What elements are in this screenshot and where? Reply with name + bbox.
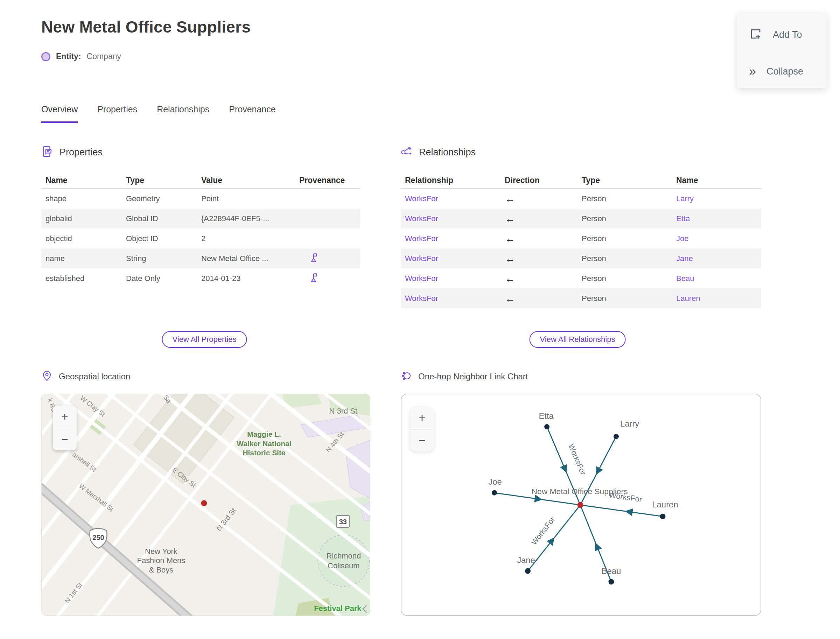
relationship-link[interactable]: WorksFor: [401, 294, 501, 303]
map-zoom-out-button[interactable]: −: [53, 428, 76, 451]
direction-arrow-icon: ←: [501, 213, 578, 225]
svg-text:Lauren: Lauren: [652, 500, 678, 509]
entity-detail-page: New Metal Office Suppliers Entity: Compa…: [0, 0, 840, 639]
property-type: String: [122, 254, 197, 263]
chart-node-labels: Etta Larry Joe Lauren Jane Beau New Meta…: [488, 411, 678, 575]
provenance-flag-icon[interactable]: [295, 272, 360, 285]
property-type: Date Only: [122, 274, 197, 283]
linkchart-section-header: One-hop Neighbor Link Chart: [401, 370, 528, 383]
col-header-provenance: Provenance: [295, 176, 360, 185]
svg-text:New York: New York: [145, 547, 177, 556]
property-value: Point: [197, 194, 295, 203]
property-value: 2: [197, 234, 295, 243]
link-chart-canvas: WorksFor WorksFor WorksFor Etta Larry Jo…: [401, 394, 760, 615]
svg-text:Historic Site: Historic Site: [243, 448, 285, 457]
property-name: globalid: [41, 214, 122, 223]
chart-zoom-in-button[interactable]: +: [410, 407, 434, 429]
tab-properties[interactable]: Properties: [97, 104, 137, 123]
tab-relationships[interactable]: Relationships: [157, 104, 209, 123]
floating-action-menu: Add To » Collapse: [737, 13, 827, 88]
relationship-row[interactable]: WorksFor ← Person Larry: [401, 189, 761, 208]
property-type: Global ID: [122, 214, 197, 223]
relationship-link[interactable]: WorksFor: [401, 214, 501, 223]
svg-text:33: 33: [339, 518, 347, 526]
view-all-properties-button[interactable]: View All Properties: [162, 331, 247, 348]
relationship-link[interactable]: WorksFor: [401, 254, 501, 263]
properties-table-header: Name Type Value Provenance: [41, 172, 360, 189]
property-row[interactable]: shape Geometry Point: [41, 189, 360, 208]
property-name: name: [41, 254, 122, 263]
view-all-relationships-button[interactable]: View All Relationships: [530, 331, 626, 348]
related-entity-link[interactable]: Larry: [672, 194, 761, 203]
related-entity-link[interactable]: Lauren: [672, 294, 761, 303]
property-name: shape: [41, 194, 122, 203]
add-to-button[interactable]: Add To: [749, 27, 802, 42]
entity-type-row: Entity: Company: [41, 52, 121, 61]
collapse-label: Collapse: [767, 66, 803, 77]
property-value: New Metal Office ...: [197, 254, 295, 263]
entity-type-value: Company: [87, 52, 121, 61]
relationship-link[interactable]: WorksFor: [401, 274, 501, 283]
related-entity-link[interactable]: Beau: [672, 274, 761, 283]
property-name: objectid: [41, 234, 122, 243]
link-chart-icon: [401, 370, 412, 383]
entity-label: Entity:: [56, 52, 81, 61]
direction-arrow-icon: ←: [501, 292, 578, 304]
entity-location-marker[interactable]: [201, 501, 207, 506]
svg-text:N 3rd St: N 3rd St: [329, 407, 357, 415]
relationship-type: Person: [578, 194, 672, 203]
relationship-type: Person: [578, 214, 672, 223]
relationship-type: Person: [578, 274, 672, 283]
map-zoom-in-button[interactable]: +: [53, 405, 76, 428]
relationship-type: Person: [578, 294, 672, 303]
map-pin-icon: [41, 370, 52, 383]
chart-zoom-out-button[interactable]: −: [410, 429, 434, 452]
svg-text:Larry: Larry: [620, 419, 639, 428]
node-beau: [609, 579, 614, 585]
chart-zoom-control: + −: [410, 407, 434, 451]
map-canvas: k Rd W Clay St Sa arshall St W Marshall …: [41, 394, 370, 615]
relationships-table: Relationship Direction Type Name WorksFo…: [401, 172, 761, 308]
svg-text:Joe: Joe: [488, 477, 501, 486]
related-entity-link[interactable]: Joe: [672, 234, 761, 243]
related-entity-link[interactable]: Jane: [672, 254, 761, 263]
property-row[interactable]: globalid Global ID {A228944F-0EF5-...: [41, 208, 360, 229]
svg-text:250: 250: [92, 534, 104, 541]
tab-overview[interactable]: Overview: [41, 104, 78, 123]
svg-text:Fashion Mens: Fashion Mens: [137, 556, 186, 565]
col-header-type: Type: [122, 176, 197, 185]
relationship-row[interactable]: WorksFor ← Person Etta: [401, 208, 761, 229]
property-row[interactable]: objectid Object ID 2: [41, 229, 360, 248]
relationship-link[interactable]: WorksFor: [401, 234, 501, 243]
svg-text:Richmond: Richmond: [326, 552, 361, 561]
property-row[interactable]: name String New Metal Office ...: [41, 248, 360, 269]
geospatial-map[interactable]: k Rd W Clay St Sa arshall St W Marshall …: [41, 394, 370, 616]
relationship-row[interactable]: WorksFor ← Person Beau: [401, 269, 761, 288]
direction-arrow-icon: ←: [501, 273, 578, 285]
provenance-flag-icon[interactable]: [295, 252, 360, 265]
relationships-section-title: Relationships: [419, 147, 476, 158]
relationships-section-header: Relationships: [401, 146, 476, 159]
related-entity-link[interactable]: Etta: [672, 214, 761, 223]
linkchart-section-title: One-hop Neighbor Link Chart: [418, 372, 528, 381]
svg-text:Beau: Beau: [601, 566, 621, 575]
svg-text:Walker National: Walker National: [237, 440, 291, 448]
svg-text:Festival Park: Festival Park: [314, 604, 361, 613]
direction-arrow-icon: ←: [501, 253, 578, 265]
one-hop-link-chart[interactable]: WorksFor WorksFor WorksFor Etta Larry Jo…: [401, 394, 761, 616]
relationship-link[interactable]: WorksFor: [401, 194, 501, 203]
node-larry: [614, 434, 619, 439]
tab-provenance[interactable]: Provenance: [229, 104, 275, 123]
relationship-row[interactable]: WorksFor ← Person Joe: [401, 229, 761, 248]
relationship-row[interactable]: WorksFor ← Person Lauren: [401, 288, 761, 308]
relationship-row[interactable]: WorksFor ← Person Jane: [401, 248, 761, 269]
property-row[interactable]: established Date Only 2014-01-23: [41, 269, 360, 288]
property-type: Object ID: [122, 234, 197, 243]
relationships-icon: [401, 146, 413, 159]
property-value: 2014-01-23: [197, 274, 295, 283]
col-header-name: Name: [672, 176, 761, 185]
chart-edge-arrows: [534, 464, 633, 552]
collapse-button[interactable]: » Collapse: [749, 65, 803, 78]
relationship-type: Person: [578, 254, 672, 263]
property-type: Geometry: [122, 194, 197, 203]
